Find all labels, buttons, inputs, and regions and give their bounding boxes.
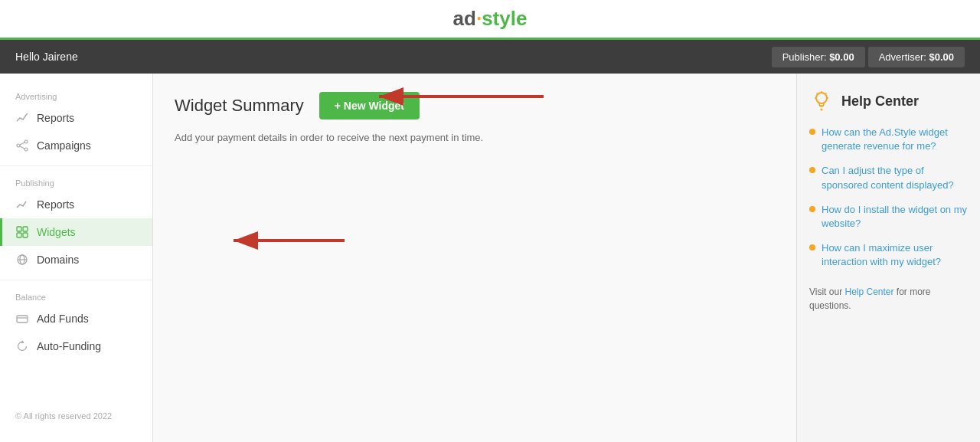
sidebar-item-widgets[interactable]: Widgets [0, 218, 152, 246]
chart-icon [15, 111, 29, 125]
help-link-item-0: How can the Ad.Style widget generate rev… [809, 126, 968, 153]
auto-funding-label: Auto-Funding [37, 340, 101, 352]
svg-line-3 [20, 142, 24, 145]
content-header: Widget Summary + New Widget [175, 92, 775, 120]
help-dot-1 [809, 167, 815, 173]
help-dot-2 [809, 206, 815, 212]
advertising-section-label: Advertising [0, 86, 152, 104]
svg-line-4 [20, 146, 24, 149]
widgets-label: Widgets [37, 226, 76, 238]
svg-point-25 [821, 109, 823, 111]
svg-line-24 [825, 93, 827, 95]
globe-icon [15, 253, 29, 267]
campaigns-label: Campaigns [37, 139, 91, 152]
help-dot-3 [809, 244, 815, 250]
advertiser-balance[interactable]: Advertiser: $0.00 [868, 47, 965, 67]
help-panel: Help Center How can the Ad.Style widget … [796, 74, 980, 442]
svg-rect-8 [23, 233, 28, 237]
main-layout: Advertising Reports Campaigns [0, 74, 980, 442]
sidebar-divider-1 [0, 165, 152, 166]
sidebar-item-campaigns[interactable]: Campaigns [0, 132, 152, 159]
top-bar: ad·style [0, 0, 980, 40]
new-widget-button[interactable]: + New Widget [319, 92, 420, 120]
publisher-balance[interactable]: Publisher: $0.00 [772, 47, 865, 67]
header-bar: Hello Jairene Publisher: $0.00 Advertise… [0, 40, 980, 74]
share-icon [15, 139, 29, 152]
help-header: Help Center [809, 89, 968, 113]
help-link-2[interactable]: How do I install the widget on my websit… [822, 203, 968, 231]
sidebar-item-add-funds[interactable]: Add Funds [0, 305, 152, 332]
reports-advertising-label: Reports [37, 112, 74, 124]
reports-publishing-label: Reports [37, 198, 74, 211]
payment-notice: Add your payment details in order to rec… [175, 132, 775, 143]
content-area: Widget Summary + New Widget Add your pay… [153, 74, 796, 442]
help-title: Help Center [841, 93, 919, 110]
svg-point-0 [24, 140, 28, 143]
sidebar-item-reports-publishing[interactable]: Reports [0, 191, 152, 218]
svg-rect-7 [17, 233, 21, 237]
help-center-icon [809, 89, 834, 113]
grid-icon [15, 225, 29, 239]
help-link-item-2: How do I install the widget on my websit… [809, 203, 968, 231]
sidebar-item-auto-funding[interactable]: Auto-Funding [0, 332, 152, 360]
refresh-icon [15, 339, 29, 353]
svg-rect-6 [23, 227, 28, 231]
sidebar-item-reports-advertising[interactable]: Reports [0, 104, 152, 132]
balance-section-label: Balance [0, 286, 152, 305]
sidebar-footer: © All rights reserved 2022 [0, 402, 152, 430]
logo: ad·style [453, 7, 528, 31]
help-link-3[interactable]: How can I maximize user interaction with… [822, 241, 968, 269]
help-links-list: How can the Ad.Style widget generate rev… [809, 126, 968, 270]
svg-point-2 [24, 148, 28, 151]
svg-line-23 [817, 93, 818, 95]
sidebar-item-domains[interactable]: Domains [0, 246, 152, 273]
credit-icon [15, 312, 29, 326]
page-title: Widget Summary [175, 96, 304, 116]
add-funds-label: Add Funds [37, 313, 89, 325]
svg-rect-12 [17, 316, 28, 322]
arrows-overlay [153, 74, 796, 442]
publishing-section-label: Publishing [0, 172, 152, 191]
svg-point-1 [17, 144, 20, 147]
chart-icon-pub [15, 198, 29, 211]
help-dot-0 [809, 129, 815, 135]
greeting: Hello Jairene [15, 51, 78, 63]
svg-rect-5 [17, 227, 21, 231]
balance-buttons: Publisher: $0.00 Advertiser: $0.00 [772, 47, 965, 67]
help-center-link[interactable]: Help Center [844, 286, 893, 297]
help-link-0[interactable]: How can the Ad.Style widget generate rev… [822, 126, 968, 153]
svg-point-18 [816, 93, 827, 103]
help-link-1[interactable]: Can I adjust the type of sponsored conte… [822, 164, 968, 192]
help-footer: Visit our Help Center for more questions… [809, 285, 968, 313]
sidebar: Advertising Reports Campaigns [0, 74, 153, 442]
domains-label: Domains [37, 254, 79, 266]
sidebar-divider-2 [0, 280, 152, 280]
help-link-item-3: How can I maximize user interaction with… [809, 241, 968, 269]
help-link-item-1: Can I adjust the type of sponsored conte… [809, 164, 968, 192]
